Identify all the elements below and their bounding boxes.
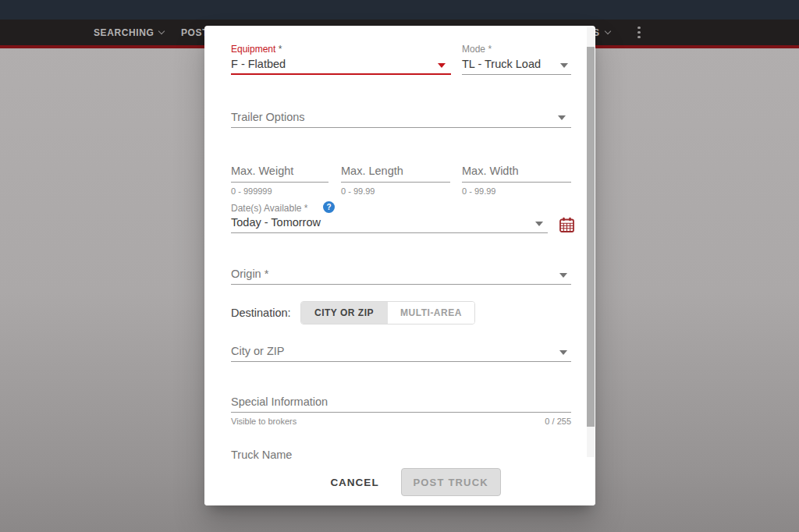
equipment-label: Equipment * [231,44,282,55]
mode-caret-icon[interactable] [560,63,568,68]
modal-scrollbar-thumb[interactable] [587,47,595,427]
city-or-zip-select[interactable]: City or ZIP [231,345,543,357]
equipment-underline [231,73,451,75]
city-or-zip-underline [231,361,571,362]
top-title-bar [0,0,799,20]
character-counter: 0 / 255 [545,417,571,426]
mode-select[interactable]: TL - Truck Load [462,58,556,70]
origin-caret-icon[interactable] [559,273,567,278]
origin-underline [231,284,571,285]
dates-underline [231,232,548,233]
chevron-down-icon [604,28,610,34]
trailer-options-underline [231,127,571,128]
calendar-icon[interactable] [559,217,574,235]
max-width-hint: 0 - 99.99 [462,186,495,196]
modal-footer: CANCEL POST TRUCK [204,459,595,505]
max-length-underline [341,182,450,183]
truck-name-input[interactable]: Truck Name [231,449,292,459]
mode-label: Mode * [462,44,492,55]
nav-item-searching[interactable]: SEARCHING [94,20,164,45]
nav-item-label: SEARCHING [94,27,154,38]
post-truck-modal: Equipment * F - Flatbed Mode * TL - Truc… [204,26,595,505]
modal-scroll-area: Equipment * F - Flatbed Mode * TL - Truc… [204,26,595,459]
trailer-options-caret-icon[interactable] [558,115,566,120]
destination-label: Destination: [231,307,291,319]
modal-scrollbar-track[interactable] [587,27,595,457]
cancel-button[interactable]: CANCEL [322,470,386,495]
special-information-underline [231,412,571,413]
origin-select[interactable]: Origin * [231,268,543,280]
max-weight-hint: 0 - 999999 [231,186,272,196]
help-icon[interactable]: ? [323,201,335,213]
max-weight-input[interactable]: Max. Weight [231,165,293,177]
max-width-input[interactable]: Max. Width [462,165,519,177]
equipment-select[interactable]: F - Flatbed [231,58,435,70]
city-or-zip-caret-icon[interactable] [559,350,567,355]
nav-item-tools[interactable]: S [593,20,610,45]
special-information-helper: Visible to brokers [231,417,297,426]
max-weight-underline [231,182,328,183]
max-width-underline [462,182,571,183]
mode-underline [462,74,571,75]
special-information-input[interactable]: Special Information [231,395,543,408]
dates-caret-icon[interactable] [535,222,543,226]
dates-available-label: Date(s) Available * [231,203,308,214]
chevron-down-icon [158,28,165,34]
destination-city-or-zip-button[interactable]: CITY OR ZIP [301,302,387,324]
destination-toggle-group: CITY OR ZIP MULTI-AREA [300,301,475,325]
trailer-options-select[interactable]: Trailer Options [231,111,543,123]
post-truck-button[interactable]: POST TRUCK [401,468,501,496]
kebab-menu-icon[interactable] [634,20,645,45]
max-length-hint: 0 - 99.99 [341,186,375,196]
max-length-input[interactable]: Max. Length [341,165,403,177]
equipment-caret-icon[interactable] [438,63,446,68]
dates-available-select[interactable]: Today - Tomorrow [231,216,465,229]
destination-multi-area-button[interactable]: MULTI-AREA [387,302,474,324]
